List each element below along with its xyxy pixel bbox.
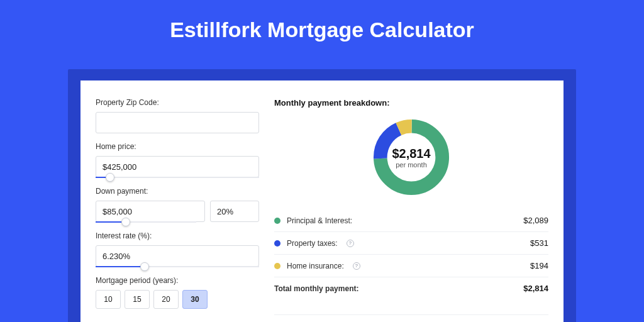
- zip-input[interactable]: [96, 112, 259, 133]
- down-payment-label: Down payment:: [96, 187, 259, 196]
- line-taxes-value: $531: [530, 238, 548, 248]
- line-total-label: Total monthly payment:: [274, 284, 358, 293]
- down-payment-field: Down payment:: [96, 187, 259, 223]
- line-total-value: $2,814: [523, 284, 548, 293]
- breakdown-title: Monthly payment breakdown:: [274, 98, 548, 108]
- rate-input[interactable]: [96, 245, 259, 267]
- dot-green-icon: [274, 218, 280, 224]
- donut-chart: $2,814 per month: [274, 116, 548, 198]
- rate-label: Interest rate (%):: [96, 231, 259, 240]
- period-btn-15[interactable]: 15: [125, 290, 150, 309]
- calculator-card: Property Zip Code: Home price: Down paym…: [80, 80, 564, 322]
- rate-slider[interactable]: [96, 266, 259, 267]
- line-total: Total monthly payment: $2,814: [274, 277, 548, 299]
- line-principal: Principal & Interest: $2,089: [274, 209, 548, 232]
- amortization-section: Amortization for mortgage loan Amortizat…: [274, 314, 548, 322]
- zip-field: Property Zip Code:: [96, 98, 259, 133]
- down-payment-input[interactable]: [96, 201, 205, 222]
- donut-sub: per month: [392, 161, 430, 169]
- period-field: Mortgage period (years): 10 15 20 30: [96, 276, 259, 309]
- inputs-panel: Property Zip Code: Home price: Down paym…: [96, 98, 259, 314]
- home-price-slider[interactable]: [96, 177, 259, 178]
- rate-slider-thumb[interactable]: [140, 262, 149, 271]
- down-payment-slider[interactable]: [96, 221, 196, 223]
- period-btn-30[interactable]: 30: [182, 290, 208, 309]
- home-price-slider-thumb[interactable]: [106, 173, 114, 182]
- down-payment-pct-input[interactable]: [210, 201, 259, 222]
- dot-yellow-icon: [274, 263, 280, 269]
- page-title: Estillfork Mortgage Calculator: [0, 0, 644, 55]
- zip-label: Property Zip Code:: [96, 98, 259, 107]
- donut-center: $2,814 per month: [392, 147, 430, 169]
- period-buttons: 10 15 20 30: [96, 290, 259, 309]
- info-icon[interactable]: ?: [353, 262, 360, 270]
- line-taxes: Property taxes: ? $531: [274, 232, 548, 255]
- breakdown-panel: Monthly payment breakdown: $2,814 per mo…: [274, 98, 548, 314]
- dot-blue-icon: [274, 240, 280, 247]
- line-insurance-value: $194: [530, 261, 548, 270]
- donut-amount: $2,814: [392, 147, 430, 161]
- period-btn-20[interactable]: 20: [153, 290, 179, 309]
- rate-field: Interest rate (%):: [96, 231, 259, 267]
- info-icon[interactable]: ?: [347, 240, 354, 247]
- line-insurance: Home insurance: ? $194: [274, 255, 548, 277]
- home-price-label: Home price:: [96, 142, 259, 151]
- down-payment-slider-thumb[interactable]: [121, 218, 130, 226]
- line-taxes-label: Property taxes:: [287, 239, 338, 248]
- home-price-field: Home price:: [96, 142, 259, 178]
- line-insurance-label: Home insurance:: [287, 262, 344, 270]
- period-label: Mortgage period (years):: [96, 276, 259, 285]
- line-principal-value: $2,089: [523, 216, 548, 225]
- line-principal-label: Principal & Interest:: [287, 216, 352, 225]
- period-btn-10[interactable]: 10: [96, 290, 121, 309]
- home-price-input[interactable]: [96, 156, 259, 177]
